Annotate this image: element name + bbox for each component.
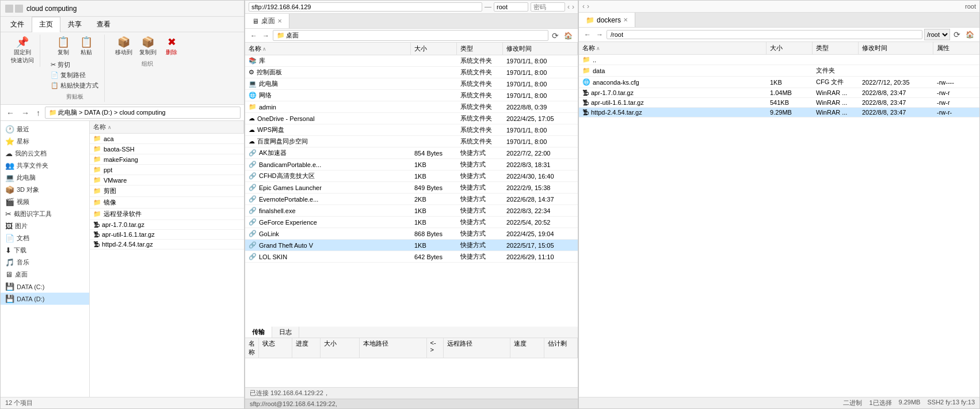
rem-row[interactable]: 🗜apr-util-1.6.1.tar.gz 541KB WinRAR ... … (579, 98, 979, 108)
next-arrow[interactable]: › (572, 3, 574, 11)
rem-col-size[interactable]: 大小 (767, 42, 813, 54)
sidebar-item-data-d[interactable]: 💾 DATA (D:) (1, 293, 89, 305)
table-row[interactable]: 📁剪图 (90, 185, 244, 197)
ftp-row[interactable]: 🔗GeForce Experience 1KB 快捷方式 2022/5/4, 2… (245, 217, 578, 228)
cut-button[interactable]: ✂ 剪切 (48, 60, 101, 70)
trans-col-status[interactable]: 状态 (259, 338, 292, 358)
copy-button[interactable]: 📋 复制 (53, 36, 74, 58)
sidebar-item-cloud[interactable]: ☁ 我的云文档 (1, 147, 89, 160)
ftp-user-input[interactable] (494, 2, 528, 12)
ftp-col-type[interactable]: 类型 (457, 43, 503, 55)
ftp-row[interactable]: 🔗CFHD高清竞技大区 1KB 快捷方式 2022/4/30, 16:40 (245, 171, 578, 182)
col-name[interactable]: 名称 ∧ (90, 121, 244, 133)
ftp-row[interactable]: ☁OneDrive - Personal 系统文件夹 2022/4/25, 17… (245, 113, 578, 124)
ftp-row[interactable]: 🔗EvernotePortable.e... 2KB 快捷方式 2022/6/2… (245, 194, 578, 205)
ftp-col-date[interactable]: 修改时间 (503, 43, 578, 55)
paste-button[interactable]: 📋 粘贴 (76, 36, 97, 58)
table-row[interactable]: 📁aca (90, 134, 244, 144)
tab-home[interactable]: 主页 (32, 17, 60, 32)
ftp-back-button[interactable]: ← (249, 31, 259, 40)
ftp-row[interactable]: 🔗BandicamPortable.e... 1KB 快捷方式 2022/8/3… (245, 159, 578, 171)
rem-col-date[interactable]: 修改时间 (859, 42, 933, 54)
ftp-title-tab-desktop[interactable]: 🖥 桌面 ✕ (245, 14, 289, 28)
remote-refresh-button[interactable]: ⟳ (952, 29, 962, 40)
next-arrow-r[interactable]: › (587, 2, 589, 10)
tab-view[interactable]: 查看 (89, 17, 118, 32)
ftp-home-button[interactable]: 🏠 (562, 31, 574, 40)
ftp-row[interactable]: 📁admin 系统文件夹 2022/8/8, 0:39 (245, 101, 578, 113)
move-to-button[interactable]: 📦 移动到 (113, 36, 135, 58)
rem-row[interactable]: 🌐anaconda-ks.cfg 1KB CFG 文件 2022/7/12, 2… (579, 77, 979, 88)
ftp-forward-button[interactable]: → (261, 31, 271, 40)
table-row[interactable]: 📁VMware (90, 175, 244, 185)
table-row[interactable]: 📁ppt (90, 165, 244, 175)
ftp-row[interactable]: 🔗LOL SKIN 642 Bytes 快捷方式 2022/6/29, 11:1… (245, 251, 578, 263)
trans-col-size[interactable]: 大小 (321, 338, 360, 358)
ftp-row[interactable]: 🔗AK加速器 854 Bytes 快捷方式 2022/7/2, 22:00 (245, 147, 578, 159)
sidebar-item-downloads[interactable]: ⬇ 下载 (1, 244, 89, 256)
sidebar-item-3d[interactable]: 📦 3D 对象 (1, 184, 89, 196)
rem-row[interactable]: 📁data 文件夹 (579, 65, 979, 77)
back-button[interactable]: ← (4, 107, 17, 119)
ftp-password-input[interactable] (531, 2, 565, 12)
ftp-row[interactable]: 🔗Grand Theft Auto V 1KB 快捷方式 2022/5/17, … (245, 240, 578, 251)
sidebar-item-pc[interactable]: 💻 此电脑 (1, 172, 89, 184)
sidebar-item-recent[interactable]: 🕐 最近 (1, 123, 89, 135)
sidebar-item-music[interactable]: 🎵 音乐 (1, 256, 89, 268)
remote-path-select[interactable]: /root (924, 29, 950, 40)
prev-arrow[interactable]: ‹ (567, 3, 570, 11)
trans-col-estimate[interactable]: 估计剩 (544, 338, 578, 358)
table-row[interactable]: 📁镜像 (90, 197, 244, 209)
remote-path-input[interactable] (607, 30, 922, 39)
paste-shortcut-button[interactable]: 📋 粘贴快捷方式 (48, 81, 101, 90)
ftp-row[interactable]: ☁百度网盘同步空间 系统文件夹 1970/1/1, 8:00 (245, 136, 578, 147)
remote-home-button[interactable]: 🏠 (964, 30, 976, 39)
tab-file[interactable]: 文件 (3, 17, 32, 32)
sidebar-item-video[interactable]: 🎬 视频 (1, 196, 89, 208)
forward-button[interactable]: → (19, 107, 32, 119)
remote-title-tab[interactable]: 📁 dockers ✕ (579, 13, 635, 27)
table-row[interactable]: 📁baota-SSH (90, 144, 244, 154)
rem-col-type[interactable]: 类型 (813, 42, 859, 54)
delete-button[interactable]: ✖ 删除 (161, 36, 182, 58)
log-tab-log[interactable]: 日志 (272, 327, 299, 338)
remote-tab-close[interactable]: ✕ (623, 17, 628, 23)
table-row[interactable]: 🗜apr-util-1.6.1.tar.gz (90, 230, 244, 240)
trans-col-speed[interactable]: 速度 (510, 338, 544, 358)
copy-to-button[interactable]: 📦 复制到 (137, 36, 159, 58)
rem-col-name[interactable]: 名称 ∧ (579, 42, 767, 54)
log-tab-transfer[interactable]: 传输 (245, 327, 272, 338)
ftp-row[interactable]: ☁WPS网盘 系统文件夹 1970/1/1, 8:00 (245, 124, 578, 136)
pin-to-quick-button[interactable]: 📌 固定到快速访问 (9, 36, 36, 66)
ftp-col-size[interactable]: 大小 (411, 43, 457, 55)
table-row[interactable]: 🗜httpd-2.4.54.tar.gz (90, 240, 244, 249)
rem-row[interactable]: 🗜httpd-2.4.54.tar.gz 9.29MB WinRAR ... 2… (579, 108, 979, 118)
tab-share[interactable]: 共享 (60, 17, 89, 32)
ftp-row[interactable]: 📚库 系统文件夹 1970/1/1, 8:00 (245, 55, 578, 67)
ftp-row[interactable]: 🌐网络 系统文件夹 1970/1/1, 8:00 (245, 90, 578, 101)
ftp-path-bar[interactable]: 📁 桌面 (273, 30, 548, 41)
ftp-row[interactable]: 🔗finalshell.exe 1KB 快捷方式 2022/8/3, 22:34 (245, 205, 578, 217)
ftp-col-name[interactable]: 名称 ∧ (245, 43, 411, 55)
rem-row[interactable]: 🗜apr-1.7.0.tar.gz 1.04MB WinRAR ... 2022… (579, 88, 979, 98)
rem-row[interactable]: 📁.. (579, 55, 979, 65)
copy-path-button[interactable]: 📄 复制路径 (48, 70, 101, 80)
ftp-server-input[interactable] (249, 2, 482, 12)
trans-col-progress[interactable]: 进度 (292, 338, 321, 358)
breadcrumb[interactable]: 📁 此电脑 > DATA (D:) > cloud computing (45, 107, 241, 119)
ftp-refresh-button[interactable]: ⟳ (550, 31, 560, 41)
ftp-row[interactable]: 💻此电脑 系统文件夹 1970/1/1, 8:00 (245, 78, 578, 90)
trans-col-name[interactable]: 名称 (245, 338, 259, 358)
ftp-row[interactable]: ⚙控制面板 系统文件夹 1970/1/1, 8:00 (245, 67, 578, 78)
sidebar-item-starred[interactable]: ⭐ 星标 (1, 135, 89, 147)
sidebar-item-docs[interactable]: 📄 文档 (1, 232, 89, 244)
trans-col-remote-path[interactable]: 远程路径 (444, 338, 510, 358)
ftp-tab-close[interactable]: ✕ (277, 18, 282, 24)
table-row[interactable]: 📁makeFxiang (90, 154, 244, 165)
sidebar-item-data-c[interactable]: 💾 DATA (C:) (1, 281, 89, 293)
sidebar-item-desktop[interactable]: 🖥 桌面 (1, 268, 89, 281)
table-row[interactable]: 📁远程登录软件 (90, 209, 244, 220)
ftp-row[interactable]: 🔗Epic Games Launcher 849 Bytes 快捷方式 2022… (245, 182, 578, 194)
table-row[interactable]: 🗜apr-1.7.0.tar.gz (90, 220, 244, 230)
up-button[interactable]: ↑ (34, 107, 43, 119)
